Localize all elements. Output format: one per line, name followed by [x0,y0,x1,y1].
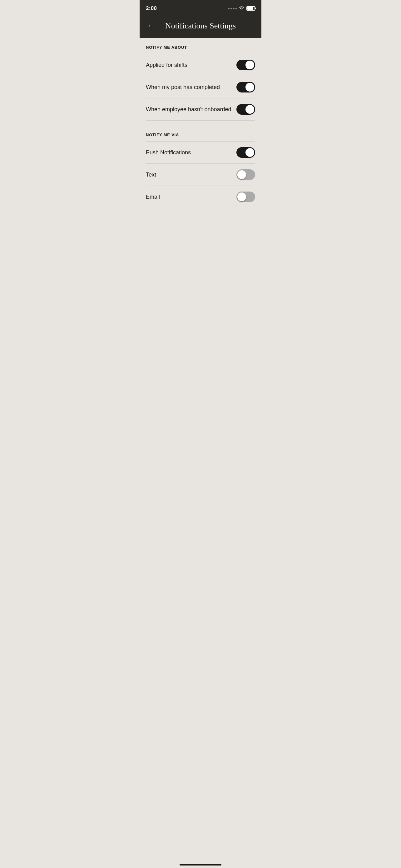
divider [146,208,255,208]
page-header: ← Notifications Settings [140,16,261,38]
toggle-thumb-applied-shifts [245,61,254,69]
wifi-icon [239,6,244,11]
page-title: Notifications Settings [165,21,236,31]
toggle-thumb-email [237,192,246,201]
status-time: 2:00 [146,5,157,11]
setting-label-post-completed: When my post has completed [146,84,220,91]
toggle-thumb-post-completed [245,83,254,92]
section-header-notify-via: NOTIFY ME VIA [140,126,261,141]
status-icons [228,6,255,11]
toggle-applied-shifts[interactable] [236,60,255,70]
section-title-notify-about: NOTIFY ME ABOUT [146,45,187,50]
toggle-thumb-employee-onboarded [245,105,254,114]
setting-row-employee-onboarded: When employee hasn't onboarded [140,98,261,120]
battery-icon [246,6,255,11]
setting-label-push-notifications: Push Notifications [146,149,191,156]
section-header-notify-about: NOTIFY ME ABOUT [140,38,261,54]
section-title-notify-via: NOTIFY ME VIA [146,132,179,137]
setting-row-email: Email [140,186,261,208]
section-gap [140,121,261,126]
setting-row-applied-shifts: Applied for shifts [140,54,261,76]
toggle-post-completed[interactable] [236,82,255,92]
setting-label-email: Email [146,194,160,200]
toggle-push-notifications[interactable] [236,147,255,158]
toggle-employee-onboarded[interactable] [236,104,255,115]
back-button[interactable]: ← [146,21,155,31]
setting-row-push-notifications: Push Notifications [140,142,261,163]
setting-label-applied-shifts: Applied for shifts [146,62,188,68]
setting-label-employee-onboarded: When employee hasn't onboarded [146,106,231,113]
toggle-email[interactable] [236,191,255,202]
status-bar: 2:00 [140,0,261,16]
setting-row-text: Text [140,164,261,186]
content-area: NOTIFY ME ABOUT Applied for shifts When … [140,38,261,221]
setting-label-text: Text [146,172,156,178]
toggle-thumb-text [237,170,246,179]
toggle-thumb-push-notifications [245,148,254,157]
toggle-text[interactable] [236,169,255,180]
setting-row-post-completed: When my post has completed [140,76,261,98]
signal-icon [228,8,237,9]
